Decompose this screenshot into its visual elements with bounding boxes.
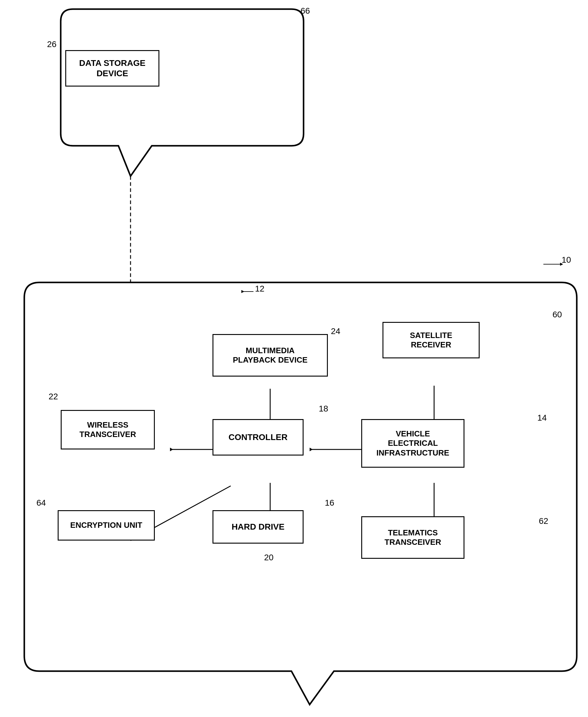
telematics-transceiver-box: TELEMATICS TRANSCEIVER — [361, 516, 464, 559]
hard-drive-box: HARD DRIVE — [212, 510, 303, 544]
satellite-receiver-label: SATELLITE RECEIVER — [410, 331, 452, 350]
ref-22: 22 — [48, 392, 58, 402]
satellite-receiver-box: SATELLITE RECEIVER — [382, 322, 480, 358]
vehicle-electrical-box: VEHICLE ELECTRICAL INFRASTRUCTURE — [361, 419, 464, 468]
encryption-unit-label: ENCRYPTION UNIT — [70, 520, 142, 530]
ref-24: 24 — [331, 326, 340, 336]
arrow-ctrl-wireless — [170, 448, 173, 451]
multimedia-box: MULTIMEDIA PLAYBACK DEVICE — [212, 334, 328, 376]
ref-64: 64 — [37, 498, 46, 508]
ref-16: 16 — [325, 498, 334, 508]
encryption-unit-box: ENCRYPTION UNIT — [58, 510, 155, 540]
vehicle-electrical-label: VEHICLE ELECTRICAL INFRASTRUCTURE — [376, 429, 449, 458]
telematics-transceiver-label: TELEMATICS TRANSCEIVER — [385, 528, 441, 547]
svg-marker-1 — [560, 263, 563, 266]
multimedia-label: MULTIMEDIA PLAYBACK DEVICE — [233, 346, 308, 365]
ref-26: 26 — [47, 40, 57, 49]
controller-label: CONTROLLER — [229, 432, 288, 443]
top-vehicle-shape — [61, 9, 303, 176]
diagram-container: 66 26 DATA STORAGE DEVICE 10 12 60 SATEL… — [0, 0, 588, 717]
ref10-arrow — [540, 258, 565, 270]
ref-18: 18 — [319, 404, 328, 414]
ref-60: 60 — [552, 310, 562, 320]
ref12-arrow — [240, 287, 258, 296]
wireless-transceiver-label: WIRELESS TRANSCEIVER — [80, 420, 136, 439]
ref-66: 66 — [300, 6, 310, 16]
data-storage-label: DATA STORAGE DEVICE — [79, 58, 145, 78]
wireless-transceiver-box: WIRELESS TRANSCEIVER — [61, 410, 155, 449]
ref-62: 62 — [539, 516, 548, 526]
data-storage-box: DATA STORAGE DEVICE — [65, 50, 160, 86]
controller-box: CONTROLLER — [212, 419, 303, 455]
hard-drive-label: HARD DRIVE — [232, 522, 285, 532]
ref-20: 20 — [264, 553, 274, 562]
arrow-vei-ctrl — [310, 448, 313, 451]
svg-marker-3 — [241, 290, 244, 293]
ref-14: 14 — [537, 413, 547, 423]
